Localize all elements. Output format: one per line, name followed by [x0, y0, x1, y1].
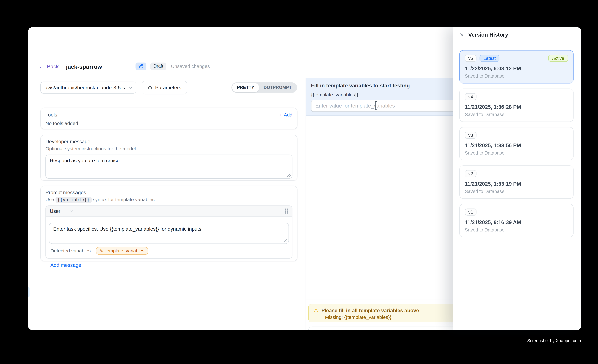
version-timestamp: 11/21/2025, 9:16:39 AM	[465, 219, 568, 225]
subtitle-prefix: Use	[45, 197, 54, 202]
version-card[interactable]: v3 11/21/2025, 1:33:56 PM Saved to Datab…	[459, 127, 573, 160]
version-history-panel: ✕ Version History v5 Latest Active 11/22…	[453, 27, 581, 330]
chevron-down-icon	[129, 85, 133, 89]
template-variable-chip[interactable]: ✎ template_variables	[96, 247, 149, 255]
model-select-value: aws/anthropic/bedrock-claude-3-5-s...	[45, 85, 129, 91]
template-variable-name: template_variables	[105, 248, 144, 254]
desktop-background: ← Back jack-sparrow v5 Draft Unsaved cha…	[0, 0, 598, 364]
version-history-header: ✕ Version History	[453, 27, 581, 42]
version-card[interactable]: v1 11/21/2025, 9:16:39 AM Saved to Datab…	[459, 204, 573, 237]
gear-icon: ⚙	[148, 85, 152, 90]
unsaved-changes-label: Unsaved changes	[171, 64, 210, 69]
page-header: ← Back jack-sparrow v5 Draft Unsaved cha…	[39, 62, 210, 71]
role-select[interactable]: User	[50, 208, 73, 214]
version-timestamp: 11/21/2025, 1:33:19 PM	[465, 181, 568, 187]
back-label: Back	[47, 64, 59, 69]
version-status: Saved to Database	[465, 189, 568, 194]
text-cursor-icon	[374, 101, 377, 110]
message-input[interactable]: Enter task specifics. Use {{template_var…	[49, 223, 289, 244]
message-header: User	[46, 206, 292, 217]
add-message-button[interactable]: + Add message	[45, 262, 81, 268]
tools-section: Tools + Add No tools added	[40, 108, 297, 129]
toggle-dotprompt[interactable]: DOTPROMPT	[259, 83, 296, 92]
version-tag-badge: v1	[465, 208, 476, 215]
page-title: jack-sparrow	[66, 63, 102, 70]
resize-handle-icon[interactable]	[283, 238, 287, 242]
role-value: User	[50, 208, 60, 214]
model-toolbar: aws/anthropic/bedrock-claude-3-5-s... ⚙ …	[40, 78, 297, 95]
toggle-pretty[interactable]: PRETTY	[233, 83, 259, 92]
version-timestamp: 11/22/2025, 6:08:12 PM	[465, 66, 568, 72]
developer-message-input[interactable]: Respond as you are tom cruise	[45, 155, 292, 179]
message-body: Enter task specifics. Use {{template_var…	[46, 217, 292, 244]
back-arrow-icon: ←	[39, 64, 45, 69]
close-icon[interactable]: ✕	[460, 32, 464, 37]
prompt-editor-column: aws/anthropic/bedrock-claude-3-5-s... ⚙ …	[40, 78, 297, 261]
prompt-messages-section: Prompt messages Use {{variable}} syntax …	[40, 186, 297, 261]
version-status: Saved to Database	[465, 73, 568, 79]
version-status: Saved to Database	[465, 150, 568, 156]
detected-variables-label: Detected variables:	[50, 248, 92, 254]
warning-icon: ⚠	[314, 308, 318, 314]
subtitle-suffix: syntax for template variables	[93, 197, 155, 202]
chevron-down-icon	[70, 209, 73, 212]
version-status: Saved to Database	[465, 112, 568, 117]
parameters-label: Parameters	[155, 85, 181, 91]
latest-badge: Latest	[480, 55, 500, 62]
prompt-messages-subtitle: Use {{variable}} syntax for template var…	[45, 197, 292, 202]
version-card[interactable]: v2 11/21/2025, 1:33:19 PM Saved to Datab…	[459, 165, 573, 199]
warning-title: Please fill in all template variables ab…	[321, 308, 419, 314]
back-button[interactable]: ← Back	[39, 64, 59, 69]
clipped-floating-element	[28, 287, 30, 298]
resize-handle-icon[interactable]	[287, 173, 291, 177]
model-select[interactable]: aws/anthropic/bedrock-claude-3-5-s...	[40, 82, 136, 94]
version-tag-badge: v3	[465, 132, 476, 139]
add-message-label: Add message	[50, 262, 81, 268]
version-tag-badge: v4	[465, 93, 476, 100]
parameters-button[interactable]: ⚙ Parameters	[142, 81, 187, 94]
version-list: v5 Latest Active 11/22/2025, 6:08:12 PM …	[453, 42, 581, 237]
active-badge: Active	[548, 55, 568, 62]
version-badge: v5	[135, 63, 147, 70]
detected-variables-row: Detected variables: ✎ template_variables	[46, 244, 292, 258]
message-block: User Enter task specifics. Use {{templat…	[45, 205, 292, 258]
developer-message-subtitle: Optional system instructions for the mod…	[45, 146, 292, 151]
watermark-text: Screenshot by Xnapper.com	[527, 338, 581, 343]
plus-icon: +	[279, 112, 282, 117]
pencil-icon: ✎	[100, 249, 103, 253]
tools-empty-text: No tools added	[45, 121, 292, 126]
add-tool-button[interactable]: + Add	[279, 112, 292, 117]
version-timestamp: 11/21/2025, 1:33:56 PM	[465, 143, 568, 149]
prompt-messages-title: Prompt messages	[45, 190, 292, 195]
developer-message-section: Developer message Optional system instru…	[40, 135, 297, 181]
variable-syntax-chip: {{variable}}	[55, 197, 91, 203]
drag-handle[interactable]	[285, 208, 288, 214]
version-card[interactable]: v5 Latest Active 11/22/2025, 6:08:12 PM …	[459, 50, 573, 83]
version-tag-badge: v2	[465, 170, 476, 177]
version-card[interactable]: v4 11/21/2025, 1:36:28 PM Saved to Datab…	[459, 89, 573, 122]
developer-message-title: Developer message	[45, 139, 292, 144]
plus-icon: +	[45, 262, 48, 268]
tools-title: Tools	[45, 112, 57, 118]
draft-badge: Draft	[150, 63, 166, 70]
version-history-title: Version History	[468, 31, 508, 38]
version-timestamp: 11/21/2025, 1:36:28 PM	[465, 104, 568, 110]
add-tool-label: Add	[284, 112, 292, 117]
version-status: Saved to Database	[465, 227, 568, 232]
format-toggle: PRETTY DOTPROMPT	[232, 82, 297, 93]
version-tag-badge: v5	[465, 55, 476, 62]
